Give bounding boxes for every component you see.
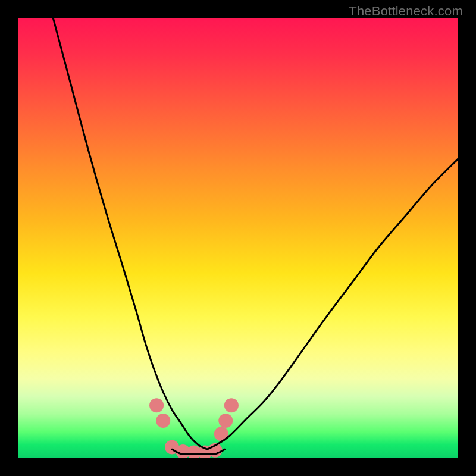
highlight-dot bbox=[224, 398, 239, 412]
series-right-curve bbox=[207, 159, 458, 449]
chart-svg bbox=[18, 18, 458, 458]
highlight-dot bbox=[156, 414, 170, 428]
highlight-dot bbox=[149, 398, 164, 412]
plot-area bbox=[18, 18, 458, 458]
line-group bbox=[53, 18, 458, 454]
watermark-text: TheBottleneck.com bbox=[349, 4, 463, 19]
series-left-curve bbox=[53, 18, 207, 449]
chart-frame: TheBottleneck.com bbox=[0, 0, 476, 476]
highlight-dot bbox=[218, 414, 233, 428]
